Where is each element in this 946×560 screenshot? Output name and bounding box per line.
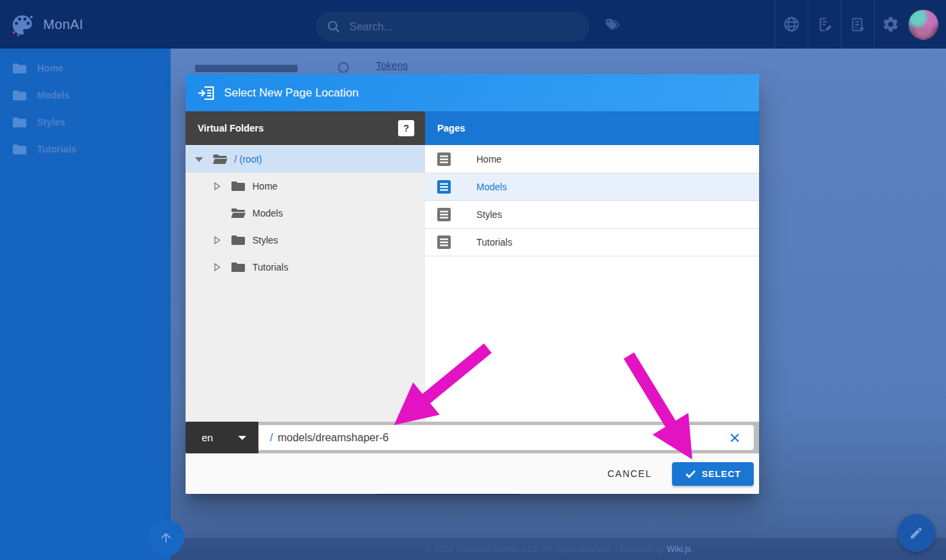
page-icon: [437, 208, 451, 221]
tree-item-tutorials[interactable]: Tutorials: [186, 254, 425, 281]
folder-icon: [12, 63, 27, 74]
page-item-tutorials[interactable]: Tutorials: [425, 229, 759, 256]
app-logo-palette-icon: [9, 12, 35, 38]
folder-tree-panel: / (root) Home Models: [186, 145, 425, 422]
tree-item-root[interactable]: / (root): [186, 146, 425, 173]
chevron-down-icon: [238, 436, 246, 440]
scroll-top-button[interactable]: [148, 520, 184, 556]
sidebar-item-label: Models: [37, 90, 69, 101]
clear-icon[interactable]: [728, 431, 742, 445]
folder-icon: [12, 90, 27, 101]
language-button[interactable]: [775, 0, 808, 49]
check-icon: [685, 469, 696, 478]
sidebar-item-home[interactable]: Home: [0, 55, 171, 82]
tags-icon[interactable]: [604, 16, 621, 32]
caret-right-icon[interactable]: [213, 236, 222, 244]
folder-icon: [231, 262, 246, 273]
dialog-actions: CANCEL SELECT: [186, 453, 759, 494]
pencil-icon: [909, 526, 924, 540]
path-value: models/dreamshaper-6: [277, 432, 389, 444]
search-icon: [327, 20, 341, 34]
wikijs-link[interactable]: Wiki.js: [667, 544, 691, 554]
select-button[interactable]: SELECT: [672, 462, 754, 486]
brand-title: MonAI: [43, 0, 83, 49]
page-location-icon: [198, 85, 215, 101]
select-page-location-dialog: Select New Page Location Virtual Folders…: [186, 74, 759, 494]
folder-icon: [231, 235, 246, 246]
page-icon: [437, 152, 451, 166]
dialog-header: Select New Page Location: [186, 74, 759, 111]
sidebar-nav: Home Models Styles Tutorials: [0, 49, 171, 560]
path-bar: en / models/dreamshaper-6: [186, 422, 759, 453]
caret-down-icon[interactable]: [194, 157, 204, 162]
folder-icon: [231, 181, 246, 192]
globe-icon: [783, 16, 800, 33]
virtual-folders-header: Virtual Folders: [186, 111, 425, 145]
edit-fab-button[interactable]: [897, 514, 935, 552]
tree-item-models[interactable]: Models: [186, 200, 425, 227]
folder-icon: [12, 117, 27, 128]
new-page-icon: [850, 16, 866, 33]
folder-open-icon: [231, 208, 246, 219]
path-input[interactable]: / models/dreamshaper-6: [258, 425, 754, 450]
tokens-link[interactable]: Tokens: [376, 59, 408, 71]
avatar[interactable]: [908, 9, 939, 40]
gear-icon: [882, 16, 899, 33]
edit-page-button[interactable]: [808, 0, 841, 49]
copyright-text: © 2023 Tesseract Mobile, LLC. All rights…: [426, 544, 664, 554]
page-item-home[interactable]: Home: [425, 146, 759, 173]
caret-right-icon[interactable]: [213, 182, 222, 190]
locale-select[interactable]: en: [186, 422, 258, 453]
screen: MonAI: [0, 0, 946, 560]
sidebar-item-tutorials[interactable]: Tutorials: [0, 136, 171, 163]
caret-right-icon[interactable]: [213, 263, 222, 271]
search-input[interactable]: [348, 20, 578, 34]
page-edit-icon: [816, 16, 833, 33]
search-box[interactable]: [316, 11, 589, 42]
pages-list-panel: Home Models Styles Tutorials: [425, 145, 759, 422]
help-button[interactable]: ?: [398, 120, 414, 136]
dialog-title: Select New Page Location: [224, 86, 358, 100]
tree-item-home[interactable]: Home: [186, 173, 425, 200]
sidebar-item-label: Styles: [37, 117, 65, 128]
top-navbar: MonAI: [0, 0, 946, 49]
admin-button[interactable]: [874, 0, 907, 49]
pages-header: Pages: [425, 111, 759, 145]
page-item-models[interactable]: Models: [425, 173, 759, 201]
cancel-button[interactable]: CANCEL: [595, 461, 664, 486]
path-prefix: /: [270, 432, 273, 444]
background-icon-fragment: [338, 62, 349, 73]
background-text-fragment: [195, 65, 298, 72]
arrow-up-icon: [159, 530, 173, 545]
page-item-styles[interactable]: Styles: [425, 201, 759, 229]
page-icon: [437, 235, 451, 249]
sidebar-item-label: Home: [37, 63, 63, 74]
sidebar-item-styles[interactable]: Styles: [0, 109, 171, 136]
sidebar-item-models[interactable]: Models: [0, 82, 171, 109]
folder-open-icon: [213, 154, 227, 165]
page-icon: [437, 180, 451, 194]
tree-item-styles[interactable]: Styles: [186, 227, 425, 254]
folder-icon: [12, 144, 27, 155]
new-page-button[interactable]: [841, 0, 874, 49]
sidebar-item-label: Tutorials: [37, 144, 76, 155]
page-footer: © 2023 Tesseract Mobile, LLC. All rights…: [171, 538, 946, 560]
